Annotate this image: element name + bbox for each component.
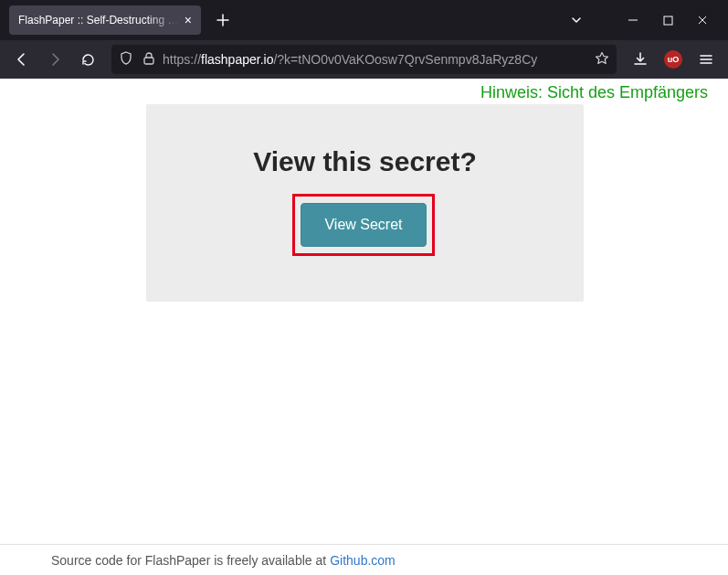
card-heading: View this secret? bbox=[146, 146, 584, 177]
window-maximize-button[interactable] bbox=[660, 13, 675, 27]
lock-icon[interactable] bbox=[142, 51, 155, 69]
browser-toolbar: https://flashpaper.io/?k=tNO0v0VaKOosw7Q… bbox=[0, 40, 728, 79]
highlight-box: View Secret bbox=[292, 194, 435, 256]
shield-icon[interactable] bbox=[119, 51, 133, 69]
github-link[interactable]: Github.com bbox=[330, 553, 396, 568]
tab-title: FlashPaper :: Self-Destructing Message bbox=[18, 14, 179, 27]
window-close-button[interactable] bbox=[695, 13, 710, 27]
window-minimize-button[interactable] bbox=[626, 13, 640, 27]
ublock-extension-icon[interactable]: uO bbox=[659, 45, 688, 74]
window-titlebar: FlashPaper :: Self-Destructing Message × bbox=[0, 0, 728, 40]
reload-button[interactable] bbox=[73, 45, 102, 74]
url-text: https://flashpaper.io/?k=tNO0v0VaKOosw7Q… bbox=[163, 52, 587, 67]
svg-rect-1 bbox=[144, 58, 153, 64]
view-secret-button[interactable]: View Secret bbox=[301, 203, 427, 247]
page-viewport: Hinweis: Sicht des Empfängers View this … bbox=[0, 79, 728, 575]
new-tab-button[interactable] bbox=[210, 7, 236, 33]
annotation-text: Hinweis: Sicht des Empfängers bbox=[480, 83, 708, 102]
tabs-dropdown-icon[interactable] bbox=[564, 7, 589, 33]
page-footer: Source code for FlashPaper is freely ava… bbox=[0, 544, 728, 575]
browser-tab[interactable]: FlashPaper :: Self-Destructing Message × bbox=[9, 5, 201, 35]
bookmark-star-icon[interactable] bbox=[595, 51, 609, 69]
svg-rect-0 bbox=[664, 16, 672, 25]
close-tab-icon[interactable]: × bbox=[185, 14, 192, 27]
footer-text: Source code for FlashPaper is freely ava… bbox=[51, 553, 326, 568]
url-bar[interactable]: https://flashpaper.io/?k=tNO0v0VaKOosw7Q… bbox=[111, 45, 617, 74]
back-button[interactable] bbox=[7, 45, 37, 74]
hamburger-menu-button[interactable] bbox=[691, 45, 721, 74]
secret-card: View this secret? View Secret bbox=[146, 104, 584, 302]
forward-button[interactable] bbox=[40, 45, 69, 74]
downloads-button[interactable] bbox=[626, 45, 655, 74]
